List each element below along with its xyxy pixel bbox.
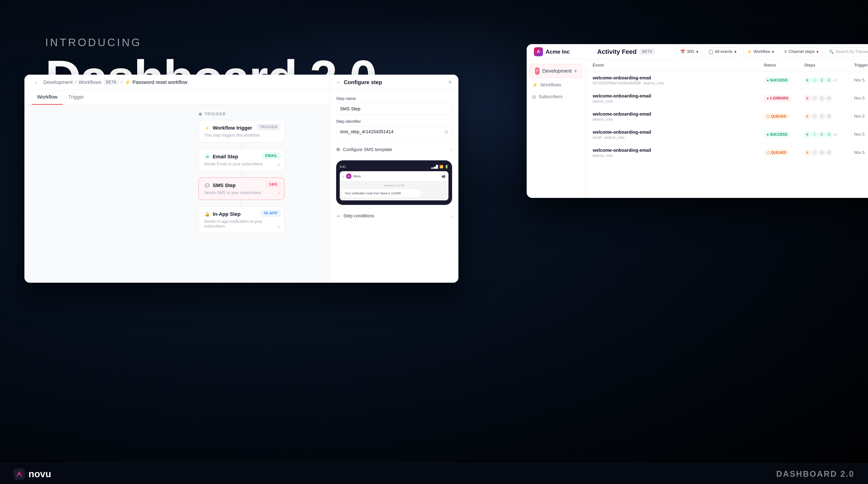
table-row[interactable]: welcome-onboarding-email email · pearce_…: [585, 125, 868, 144]
period-filter[interactable]: 📅 30D ▾: [676, 47, 702, 56]
tab-workflow[interactable]: Workflow: [32, 90, 63, 105]
novu-logo: novu: [13, 468, 51, 480]
tab-trigger[interactable]: Trigger: [63, 90, 89, 105]
table-row[interactable]: welcome-onboarding-email pearce_corp ◌ Q…: [585, 108, 868, 125]
email-step-node[interactable]: ✉ Email Step Sends Email to your subscri…: [198, 149, 284, 171]
step-dot: C: [819, 77, 825, 84]
trigger-col: Nov 5: [854, 78, 868, 83]
steps-more: +2: [833, 79, 837, 82]
chevron-down-icon: ▾: [575, 68, 577, 74]
trigger-step-desc: This step triggers this workflow: [204, 133, 279, 138]
breadcrumb-sep: /: [75, 80, 76, 85]
step-dot: C: [826, 77, 832, 84]
inapp-step-node[interactable]: 🔔 In-App Step Sends In-app notification …: [198, 206, 284, 234]
sidebar-item-subscribers[interactable]: ◎ Subscribers: [527, 91, 585, 102]
table-row[interactable]: welcome-onboarding-email 657c929208be7e0…: [585, 71, 868, 89]
col-event: Event: [593, 63, 764, 68]
search-bar[interactable]: 🔍 Search by Transactio...: [825, 47, 868, 56]
channel-steps-filter[interactable]: ≡ Channel steps ▾: [780, 47, 822, 56]
status-cell: ● 2 ERRORS: [764, 95, 804, 102]
status-badge: ● 2 ERRORS: [764, 95, 792, 102]
step-identifier-input[interactable]: sms_step_4r14154351414 ⊙: [336, 126, 452, 138]
step-dot: E: [804, 113, 811, 120]
event-cell: welcome-onboarding-email pearce_corp: [593, 148, 764, 158]
workflow-filter[interactable]: ⚡ Workflow ▾: [743, 47, 778, 56]
step-dot: I: [811, 150, 818, 156]
breadcrumb: Development / Workflows BETA / ⚡ Passwor…: [43, 80, 187, 85]
breadcrumb-current: ⚡ Password reset workflow: [125, 80, 187, 85]
steps-icon: ≡: [784, 49, 787, 54]
step-dot: E: [804, 150, 811, 156]
environment-selector[interactable]: P Development ▾: [529, 64, 583, 78]
col-steps: Steps: [804, 63, 854, 68]
sms-template-icon: ⚙: [336, 147, 340, 152]
inapp-step-icon: 🔔: [204, 211, 211, 217]
trigger-circle-icon: ◉: [198, 112, 203, 117]
col-triggered: Triggered: [854, 63, 868, 68]
copy-icon[interactable]: ⊙: [444, 129, 448, 134]
workflow-icon: ⚡: [747, 49, 752, 54]
col-status: Status: [764, 63, 804, 68]
status-cell: ● SUCCESS: [764, 131, 804, 138]
phone-chat-area: Yesterday 5:31 PM Your verification code…: [340, 181, 448, 201]
chevron-down-icon: ▾: [696, 49, 698, 54]
step-conditions-row[interactable]: ↔ Step conditions ›: [336, 209, 452, 223]
step-dot: C: [826, 131, 832, 138]
phone-mockup: 9:41 ▂▄█ 📶 🔋 ‹ N Novu 📹: [336, 160, 452, 205]
phone-header: ‹ N Novu 📹: [340, 171, 448, 181]
config-panel-body: Step name SMS Step Step identifier sms_s…: [330, 90, 458, 283]
breadcrumb-development: Development: [43, 80, 73, 85]
step-dot: C: [819, 150, 825, 156]
sidebar-item-workflows[interactable]: ⚡ Workflows: [527, 79, 585, 91]
settings-icon: ⚙: [277, 162, 281, 168]
chevron-down-icon: ▾: [816, 49, 818, 54]
trigger-step-name: Workflow trigger: [213, 125, 252, 131]
config-back-button[interactable]: ←: [336, 80, 341, 85]
phone-status-bar: 9:41 ▂▄█ 📶 🔋: [340, 165, 448, 169]
settings-icon: ↗: [277, 191, 281, 196]
phone-content: ‹ N Novu 📹 Yesterday 5:31 PM Your verifi…: [340, 171, 448, 201]
wifi-icon: 📶: [439, 165, 443, 169]
event-id: 657c929208be7e008a458588 · pearce_corp: [593, 81, 764, 85]
step-dot: I: [811, 131, 818, 138]
event-name: welcome-onboarding-email: [593, 75, 764, 81]
table-row[interactable]: welcome-onboarding-email pearce_corp ◌ Q…: [585, 144, 868, 162]
sms-step-node[interactable]: 💬 SMS Step Sends SMS to your subscribers…: [198, 178, 284, 200]
step-name-label: Step name: [336, 96, 452, 101]
trigger-col: Nov 5: [854, 132, 868, 137]
trigger-step-node[interactable]: ⚡ Workflow trigger This step triggers th…: [198, 120, 284, 143]
step-conditions-left: ↔ Step conditions: [336, 213, 374, 218]
back-button[interactable]: ‹: [32, 78, 40, 86]
config-panel-title: Configure step: [344, 79, 445, 86]
step-dot: C: [826, 113, 832, 120]
config-panel: ← Configure step ✕ Step name SMS Step St…: [330, 74, 458, 283]
activity-title: Activity Feed: [597, 48, 637, 55]
step-dot: E: [804, 131, 811, 138]
beta-badge: BETA: [639, 49, 655, 55]
settings-icon: ⚙: [277, 224, 281, 230]
configure-sms-template-row[interactable]: ⚙ Configure SMS template ›: [336, 142, 452, 157]
trigger-label: ◉ TRIGGER: [198, 112, 284, 117]
steps-cell: E I C C +2: [804, 131, 854, 138]
phone-timestamp: Yesterday 5:31 PM: [342, 184, 446, 187]
config-panel-header: ← Configure step ✕: [330, 74, 458, 90]
step-dot: C: [819, 113, 825, 120]
steps-cell: E I C C +2: [804, 77, 854, 84]
step-connector: [241, 171, 242, 178]
step-name-input[interactable]: SMS Step: [336, 103, 452, 115]
step-dot: I: [811, 113, 818, 120]
table-header: Event Status Steps Triggered: [585, 59, 868, 71]
workflows-icon: ⚡: [532, 82, 538, 88]
activity-panel: A Acme Inc Activity Feed BETA 📅 30D ▾ ◯ …: [527, 44, 868, 198]
phone-time: 9:41: [340, 165, 346, 169]
bottom-bar: novu DASHBOARD 2.0: [0, 464, 868, 484]
status-cell: ◌ QUEUED: [764, 113, 804, 120]
step-connector: [241, 200, 242, 206]
config-close-button[interactable]: ✕: [448, 80, 452, 85]
novu-logo-small: N: [346, 174, 351, 179]
table-row[interactable]: welcome-onboarding-email pearce_corp ● 2…: [585, 89, 868, 108]
steps-cell: E I C C: [804, 113, 854, 120]
step-dot: C: [819, 95, 825, 101]
phone-message-bubble: Your verification code from Slack is 123…: [342, 189, 420, 198]
events-filter[interactable]: ◯ All events ▾: [705, 47, 740, 56]
